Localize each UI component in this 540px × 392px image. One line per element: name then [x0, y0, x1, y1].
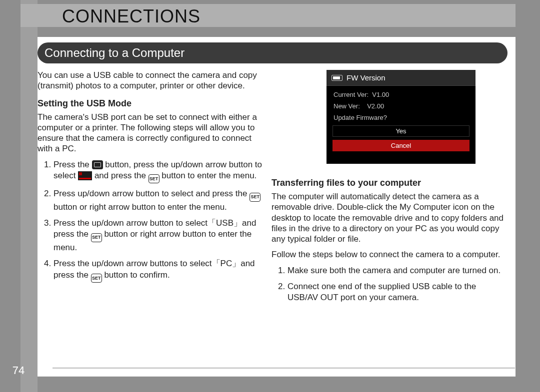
column-left: You can use a USB cable to connect the c… [38, 70, 266, 288]
list-item: Press the up/down arrow buttons to selec… [54, 258, 266, 283]
footer-rule [52, 368, 515, 369]
list-item: Connect one end of the supplied USB cabl… [288, 281, 506, 303]
osd-row-current: Current Ver: V1.00 [326, 89, 476, 100]
intro-paragraph: You can use a USB cable to connect the c… [38, 70, 266, 91]
left-margin-strip [20, 0, 38, 392]
set-button-icon: SET [91, 233, 102, 242]
list-item: Press up/down arrow button to select and… [54, 188, 266, 213]
chapter-title: CONNECTIONS [62, 6, 200, 27]
page-number: 74 [6, 364, 31, 377]
set-button-icon: SET [250, 193, 260, 202]
osd-title: FW Version [346, 73, 386, 82]
osd-body: Current Ver: V1.00 New Ver: V2.00 Update… [326, 86, 476, 151]
camera-osd-screenshot: FW Version Current Ver: V1.00 New Ver: V… [326, 70, 476, 164]
usb-mode-steps: Press the button, press the up/down arro… [38, 159, 266, 283]
page-body: Connecting to a Computer You can use a U… [38, 37, 516, 377]
menu-icon [92, 160, 103, 169]
heading-usb-mode: Setting the USB Mode [38, 98, 266, 109]
heading-transferring: Transferring files to your computer [272, 178, 506, 188]
section-subheader: Connecting to a Computer [38, 42, 508, 63]
battery-icon [332, 75, 342, 81]
column-right: FW Version Current Ver: V1.00 New Ver: V… [272, 70, 506, 308]
osd-option-yes: Yes [332, 125, 470, 137]
transferring-paragraph-1: The computer will automatically detect t… [272, 191, 506, 244]
osd-option-cancel: Cancel [332, 140, 470, 151]
section-subheader-text: Connecting to a Computer [44, 46, 184, 60]
transferring-steps: Make sure both the camera and computer a… [272, 265, 506, 303]
list-item: Make sure both the camera and computer a… [288, 265, 506, 276]
list-item: Press the button, press the up/down arro… [54, 159, 266, 184]
chapter-title-bar: CONNECTIONS [20, 4, 516, 27]
usb-mode-paragraph: The camera's USB port can be set to conn… [38, 112, 266, 154]
osd-header: FW Version [326, 70, 476, 86]
set-button-icon: SET [91, 274, 102, 283]
thumbnail-icon [78, 171, 92, 180]
osd-row-prompt: Update Firmware? [326, 112, 476, 123]
set-button-icon: SET [148, 174, 160, 183]
osd-row-new: New Ver: V2.00 [326, 100, 476, 112]
list-item: Press the up/down arrow button to select… [54, 218, 266, 253]
transferring-paragraph-2: Follow the steps below to connect the ca… [272, 249, 506, 260]
